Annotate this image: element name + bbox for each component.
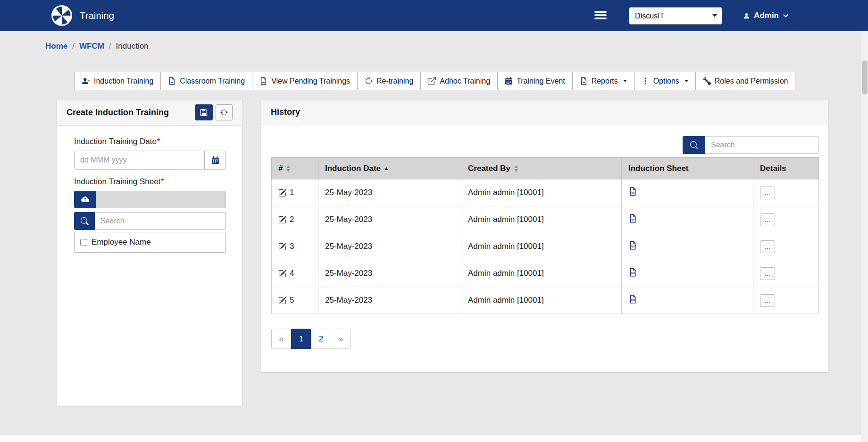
pdf-file-icon[interactable] <box>628 214 637 223</box>
edit-icon[interactable] <box>278 189 286 197</box>
induction-date-cell: 25-May-2023 <box>318 179 461 206</box>
edit-icon[interactable] <box>278 270 286 278</box>
breadcrumb-current: Induction <box>116 42 149 51</box>
calendar-icon <box>505 77 513 85</box>
pagination-page-2[interactable]: 2 <box>311 329 331 349</box>
created-by-cell: Admin admin [10001] <box>461 206 622 233</box>
tab-label: Training Event <box>517 77 565 85</box>
training-tabbar: Induction Training Classroom Training Vi… <box>75 72 868 90</box>
person-plus-icon <box>82 77 90 85</box>
save-button[interactable] <box>195 104 213 120</box>
column-header-induction-date[interactable]: Induction Date <box>318 158 461 179</box>
pagination-next-button[interactable]: » <box>331 329 351 349</box>
tab-label: Reports <box>592 77 618 85</box>
user-menu[interactable]: Admin <box>743 11 789 20</box>
pagination-page-1[interactable]: 1 <box>291 329 311 349</box>
panel-title: Create Induction Training <box>67 108 169 118</box>
history-header: History <box>261 100 828 125</box>
brand-title: Training <box>80 10 114 21</box>
tab-induction-training[interactable]: Induction Training <box>75 72 161 90</box>
user-name: Admin <box>754 11 779 20</box>
tab-roles-and-permission[interactable]: Roles and Permission <box>695 72 796 90</box>
app-logo-icon <box>51 5 73 26</box>
sort-icon <box>514 165 518 172</box>
search-icon <box>690 141 698 149</box>
pagination-prev-button[interactable]: « <box>271 329 292 349</box>
tab-label: Classroom Training <box>180 77 245 85</box>
breadcrumb-link-wfcm[interactable]: WFCM <box>79 42 104 51</box>
edit-icon[interactable] <box>278 216 286 224</box>
details-button[interactable]: ... <box>760 267 775 280</box>
vertical-scrollbar[interactable] <box>861 31 868 442</box>
date-picker-button[interactable] <box>204 151 226 170</box>
tab-options-dropdown[interactable]: Options <box>634 72 696 90</box>
induction-date-input[interactable] <box>74 151 205 170</box>
induction-sheet-label: Induction Training Sheet* <box>74 177 226 187</box>
created-by-cell: Admin admin [10001] <box>461 260 622 287</box>
create-panel-header: Create Induction Training <box>57 100 242 126</box>
column-header-num[interactable]: # <box>272 158 318 179</box>
caret-down-icon <box>684 80 688 82</box>
breadcrumb-link-home[interactable]: Home <box>45 42 67 51</box>
column-header-induction-sheet: Induction Sheet <box>622 158 753 179</box>
panel-header-actions <box>195 104 233 120</box>
pdf-file-icon[interactable] <box>628 295 637 304</box>
menu-toggle-button[interactable] <box>593 8 608 23</box>
details-button[interactable]: ... <box>760 187 775 199</box>
history-title: History <box>271 107 300 117</box>
save-icon <box>200 109 208 116</box>
column-header-details: Details <box>753 158 819 179</box>
edit-icon[interactable] <box>278 297 286 305</box>
table-header-row: # Induction Date Created By I <box>272 158 819 179</box>
tab-training-event[interactable]: Training Event <box>497 72 573 90</box>
details-button[interactable]: ... <box>760 294 775 307</box>
sort-icon <box>286 165 290 172</box>
employee-search-button[interactable] <box>74 212 95 230</box>
required-mark: * <box>161 177 164 186</box>
tab-adhoc-training[interactable]: Adhoc Training <box>420 72 498 90</box>
navbar-right-group: DiscusIT Admin <box>593 7 789 25</box>
search-icon <box>81 217 89 225</box>
column-header-created-by[interactable]: Created By <box>461 158 622 179</box>
user-icon <box>743 12 750 19</box>
history-panel: History # <box>261 100 828 372</box>
tab-classroom-training[interactable]: Classroom Training <box>160 72 252 90</box>
kebab-icon <box>642 77 650 85</box>
tab-re-training[interactable]: Re-training <box>357 72 421 90</box>
external-link-icon <box>428 77 436 85</box>
breadcrumb-separator: / <box>109 42 111 51</box>
refresh-button[interactable] <box>216 104 233 120</box>
history-search-input[interactable] <box>705 136 818 154</box>
induction-date-cell: 25-May-2023 <box>318 260 461 287</box>
details-button[interactable]: ... <box>760 240 775 253</box>
tenant-select[interactable]: DiscusIT <box>629 7 722 25</box>
history-search-group <box>683 136 818 154</box>
app-brand[interactable]: Training <box>51 5 114 26</box>
create-panel-body: Induction Training Date* Induction Train… <box>57 126 242 264</box>
upload-button[interactable] <box>74 191 96 208</box>
date-input-group <box>74 151 226 170</box>
pdf-file-icon[interactable] <box>628 187 637 196</box>
history-search-button[interactable] <box>683 136 705 154</box>
pdf-file-icon[interactable] <box>628 268 637 277</box>
tab-reports-dropdown[interactable]: Reports <box>572 72 634 90</box>
upload-filename-bar[interactable] <box>96 191 226 208</box>
required-mark: * <box>157 137 160 146</box>
calendar-icon <box>211 156 219 164</box>
refresh-icon <box>220 109 228 116</box>
scrollbar-thumb[interactable] <box>862 60 868 94</box>
history-table: # Induction Date Created By I <box>271 157 819 314</box>
employee-checkbox-row[interactable]: Employee Name <box>74 232 226 253</box>
employee-checkbox[interactable] <box>80 239 87 246</box>
caret-down-icon <box>623 80 627 82</box>
page-content: Create Induction Training Induction Trai… <box>0 100 868 406</box>
cloud-upload-icon <box>81 196 89 204</box>
pdf-file-icon[interactable] <box>628 241 637 250</box>
tab-view-pending-trainings[interactable]: View Pending Trainings <box>252 72 358 90</box>
pagination: « 1 2 » <box>271 329 818 349</box>
employee-search-group <box>74 212 226 230</box>
wrench-icon <box>703 77 711 85</box>
employee-search-input[interactable] <box>95 212 226 230</box>
edit-icon[interactable] <box>278 243 286 251</box>
details-button[interactable]: ... <box>760 213 775 226</box>
